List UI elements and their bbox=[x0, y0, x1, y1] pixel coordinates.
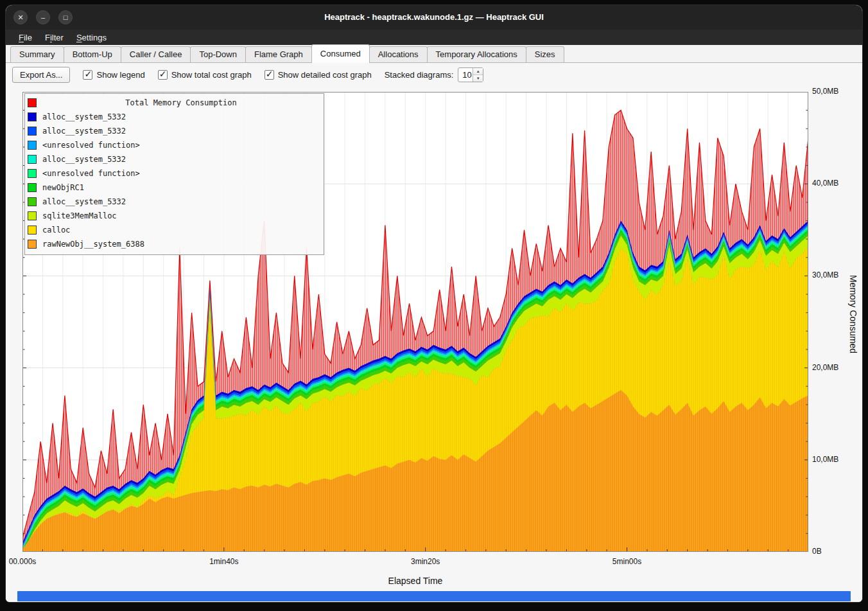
menu-file[interactable]: File bbox=[12, 31, 39, 44]
heaptrack-window: ✕–□ Heaptrack - heaptrack.wakunode.1.gz … bbox=[6, 5, 862, 602]
stacked-diagrams-value: 10 bbox=[462, 70, 471, 80]
legend-swatch bbox=[28, 127, 37, 136]
menu-filter[interactable]: Filter bbox=[39, 31, 70, 44]
tab-sizes[interactable]: Sizes bbox=[526, 46, 564, 62]
y-tick-label: 30,0MB bbox=[812, 270, 838, 279]
legend-swatch bbox=[28, 141, 37, 150]
legend-entry: alloc__system_5332 bbox=[28, 124, 320, 138]
checkbox-show-detailed-cost-graph[interactable]: ✓Show detailed cost graph bbox=[265, 70, 372, 80]
export-as-button[interactable]: Export As... bbox=[12, 67, 70, 83]
tab-summary[interactable]: Summary bbox=[10, 46, 64, 62]
legend-entry-label: calloc bbox=[42, 226, 70, 235]
legend-swatch bbox=[28, 226, 37, 235]
menubar: FileFilterSettings bbox=[6, 30, 862, 45]
x-axis-title: Elapsed Time bbox=[22, 576, 808, 586]
check-icon: ✓ bbox=[159, 69, 167, 79]
legend-entry-label: rawNewObj__system_6388 bbox=[42, 240, 144, 249]
stacked-diagrams-control: Stacked diagrams: 10 ▲ ▼ bbox=[385, 67, 484, 82]
tab-top-down[interactable]: Top-Down bbox=[190, 46, 246, 62]
legend-entry-label: alloc__system_5332 bbox=[42, 155, 126, 164]
y-tick-label: 0B bbox=[812, 547, 822, 556]
x-tick-label: 1min40s bbox=[209, 557, 238, 566]
legend-swatch bbox=[28, 240, 37, 249]
consumed-chart-plot[interactable]: Total Memory Consumptionalloc__system_53… bbox=[22, 92, 808, 552]
x-tick-label: 00.000s bbox=[9, 557, 37, 566]
legend-entry: alloc__system_5332 bbox=[28, 152, 320, 166]
y-axis-title: Memory Consumed bbox=[848, 275, 858, 353]
legend-entry-label: <unresolved function> bbox=[42, 169, 140, 178]
titlebar: ✕–□ Heaptrack - heaptrack.wakunode.1.gz … bbox=[6, 5, 862, 30]
tab-flame-graph[interactable]: Flame Graph bbox=[245, 46, 312, 62]
legend-entry-label: sqlite3MemMalloc bbox=[42, 211, 117, 220]
legend-entry: calloc bbox=[28, 223, 320, 237]
tab-temporary-allocations[interactable]: Temporary Allocations bbox=[427, 46, 526, 62]
y-tick-label: 20,0MB bbox=[812, 363, 838, 372]
menu-settings[interactable]: Settings bbox=[70, 31, 113, 44]
legend-entry: alloc__system_5332 bbox=[28, 195, 320, 209]
y-tick-label: 50,0MB bbox=[812, 87, 838, 96]
timeline-selection-bar[interactable] bbox=[17, 591, 851, 601]
legend-swatch bbox=[28, 112, 37, 121]
chart-region: Total Memory Consumptionalloc__system_53… bbox=[6, 86, 862, 602]
stacked-diagrams-spinbox[interactable]: 10 ▲ ▼ bbox=[458, 67, 483, 82]
legend-entry: rawNewObj__system_6388 bbox=[28, 237, 320, 251]
tab-caller-callee[interactable]: Caller / Callee bbox=[121, 46, 191, 62]
spin-up-icon[interactable]: ▲ bbox=[473, 68, 483, 75]
tab-consumed[interactable]: Consumed bbox=[311, 44, 370, 63]
y-tick-label: 10,0MB bbox=[812, 455, 838, 464]
x-tick-label: 5min00s bbox=[612, 557, 641, 566]
checkbox-box[interactable]: ✓ bbox=[83, 70, 92, 80]
spin-down-icon[interactable]: ▼ bbox=[473, 75, 483, 82]
legend-swatch bbox=[28, 183, 37, 192]
legend-entry-label: alloc__system_5332 bbox=[42, 127, 126, 136]
window-title: Heaptrack - heaptrack.wakunode.1.gz — He… bbox=[6, 5, 862, 30]
checkbox-group: ✓Show legend✓Show total cost graph✓Show … bbox=[83, 70, 371, 80]
legend-entry: alloc__system_5332 bbox=[28, 110, 320, 124]
legend-entry: <unresolved function> bbox=[28, 138, 320, 152]
legend-swatch-total bbox=[28, 98, 37, 107]
chart-legend: Total Memory Consumptionalloc__system_53… bbox=[24, 93, 324, 255]
legend-swatch bbox=[28, 211, 37, 220]
legend-entry-label: <unresolved function> bbox=[42, 141, 140, 150]
legend-entry-label: newObjRC1 bbox=[42, 183, 84, 192]
legend-title: Total Memory Consumption bbox=[42, 98, 320, 107]
stacked-diagrams-label: Stacked diagrams: bbox=[385, 70, 454, 80]
check-icon: ✓ bbox=[84, 69, 92, 79]
tab-bottom-up[interactable]: Bottom-Up bbox=[64, 46, 121, 62]
checkbox-box[interactable]: ✓ bbox=[265, 70, 274, 80]
legend-entry: newObjRC1 bbox=[28, 181, 320, 195]
checkbox-show-total-cost-graph[interactable]: ✓Show total cost graph bbox=[158, 70, 252, 80]
legend-entry-label: alloc__system_5332 bbox=[42, 197, 126, 206]
tab-bar: SummaryBottom-UpCaller / CalleeTop-DownF… bbox=[6, 45, 862, 63]
checkbox-label: Show detailed cost graph bbox=[278, 70, 372, 80]
legend-swatch bbox=[28, 197, 37, 206]
toolbar: Export As... ✓Show legend✓Show total cos… bbox=[6, 63, 862, 86]
x-tick-label: 3min20s bbox=[411, 557, 440, 566]
checkbox-label: Show total cost graph bbox=[171, 70, 252, 80]
legend-entry: <unresolved function> bbox=[28, 166, 320, 181]
checkbox-show-legend[interactable]: ✓Show legend bbox=[83, 70, 144, 80]
check-icon: ✓ bbox=[266, 69, 273, 79]
checkbox-box[interactable]: ✓ bbox=[158, 70, 168, 80]
tab-allocations[interactable]: Allocations bbox=[369, 46, 428, 62]
legend-swatch bbox=[28, 169, 37, 178]
legend-entry: sqlite3MemMalloc bbox=[28, 209, 320, 223]
y-tick-label: 40,0MB bbox=[812, 179, 838, 188]
legend-swatch bbox=[28, 155, 37, 164]
checkbox-label: Show legend bbox=[96, 70, 144, 80]
legend-entry-label: alloc__system_5332 bbox=[42, 112, 126, 121]
legend-title-row: Total Memory Consumption bbox=[28, 96, 320, 110]
